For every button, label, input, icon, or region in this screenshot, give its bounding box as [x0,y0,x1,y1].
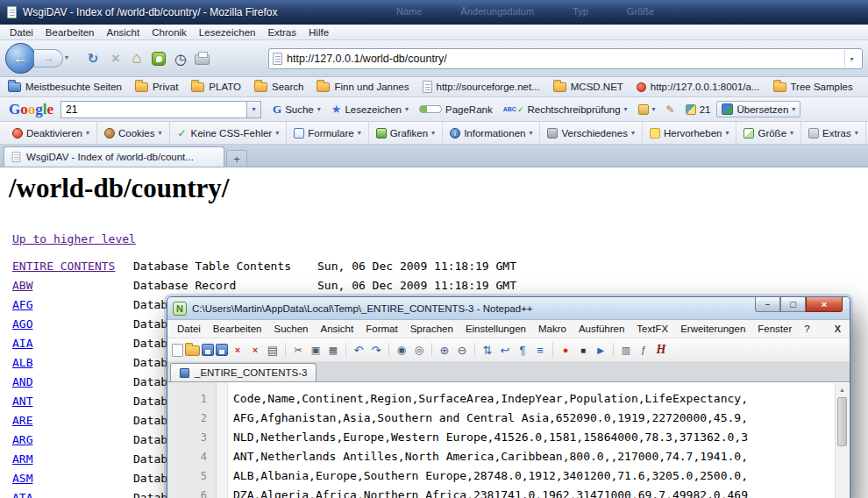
stop-macro-icon[interactable]: ■ [575,343,591,358]
entry-link[interactable]: ASM [12,472,133,485]
bookmark-item[interactable]: Finn und Jannes [317,82,409,92]
outline-menu[interactable]: Hervorheben ▾ [643,122,737,144]
bookmark-item[interactable]: http://sourceforge.net... [423,81,540,93]
entry-link[interactable]: AGO [12,317,133,331]
sync-scrolling-icon[interactable]: ⇅ [480,343,495,358]
pagerank-indicator[interactable]: PageRank [415,103,497,117]
play-macro-icon[interactable]: ▶ [593,343,608,358]
menu-item[interactable]: Hilfe [302,25,335,39]
show-all-characters-icon[interactable]: ¶ [515,343,530,358]
menu-item[interactable]: Sprachen [404,322,459,336]
autofill-button[interactable]: ▾ [634,103,660,117]
save-all-icon[interactable] [216,344,228,356]
back-button[interactable] [5,43,36,74]
function-list-icon[interactable]: ƒ [636,343,651,358]
cut-icon[interactable]: ✂ [290,343,306,358]
resize-menu[interactable]: Größe ▾ [736,122,801,144]
bookmark-item[interactable]: Privat [135,82,178,92]
entry-link[interactable]: ABW [12,279,133,292]
menu-item[interactable]: Einstellungen [459,322,532,336]
close-button[interactable] [806,297,843,312]
entry-link[interactable]: ALB [12,356,133,369]
edit-button[interactable]: ✎ [662,102,679,117]
word-wrap-icon[interactable]: ↩ [497,343,513,358]
copy-icon[interactable]: ▣ [308,343,324,358]
bookmark-item[interactable]: MCSD.NET [553,82,623,92]
spellcheck-button[interactable]: ABC Rechtschreibprüfung ▾ [499,103,632,117]
entry-link[interactable]: ENTIRE CONTENTS [12,260,133,273]
bookmark-item[interactable]: http://127.0.0.1:8001/a... [637,82,760,92]
translate-button[interactable]: Übersetzen ▾ [716,101,800,117]
cookies-menu[interactable]: Cookies ▾ [97,122,170,144]
document-tab[interactable]: _ENTIRE_CONTENTS-3 [170,363,317,381]
menu-item[interactable]: Ansicht [315,322,360,336]
menu-item[interactable]: Ansicht [100,25,146,39]
images-menu[interactable]: Grafiken ▾ [369,122,443,144]
url-input[interactable] [282,53,844,65]
text-area[interactable]: Code,Name,Continent,Region,SurfaceArea,I… [228,382,850,498]
find-icon[interactable]: ◉ [394,343,409,358]
entry-link[interactable]: AND [12,375,133,388]
menu-item[interactable]: Suchen [267,322,314,336]
new-tab-button[interactable]: + [226,150,247,167]
bookmark-item[interactable]: PLATO [191,82,241,92]
menu-item[interactable]: Ausführen [573,322,630,336]
disable-menu[interactable]: Deaktivieren ▾ [5,122,97,144]
entry-link[interactable]: ANT [12,395,133,408]
entry-link[interactable]: ARM [12,452,133,466]
menu-item[interactable]: Bearbeiten [39,25,101,39]
url-dropdown-icon[interactable] [844,50,858,68]
search-dropdown-icon[interactable] [246,101,261,118]
highlight-term-button[interactable]: 21 [681,103,715,117]
bookmark-item[interactable]: Search [254,82,303,92]
css-menu[interactable]: ✓ Keine CSS-Fehler ▾ [170,122,288,144]
new-file-icon[interactable] [172,344,183,357]
home-button[interactable] [128,49,146,67]
entry-link[interactable]: ATA [12,491,133,498]
forward-button[interactable] [34,49,63,68]
save-icon[interactable] [202,344,214,356]
stop-button[interactable] [107,50,125,68]
timer-button[interactable] [172,50,189,68]
undo-icon[interactable]: ↶ [351,343,366,358]
menu-item[interactable]: ? [798,322,815,336]
bookmark-item[interactable]: Meistbesuchte Seiten [8,82,122,92]
close-document-icon[interactable]: X [831,324,844,334]
zoom-in-icon[interactable]: ⊕ [437,343,452,358]
close-file-icon[interactable]: × [230,343,245,358]
scroll-thumb[interactable] [837,397,847,446]
close-all-icon[interactable]: × [247,343,263,358]
tools-menu[interactable]: Extras ▾ [801,122,866,144]
vertical-scrollbar[interactable] [835,383,849,498]
information-menu[interactable]: i Informationen ▾ [443,122,540,144]
menu-item[interactable]: TextFX [630,322,674,336]
miscellaneous-menu[interactable]: Verschiedenes ▾ [540,122,642,144]
editor[interactable]: 123456 Code,Name,Continent,Region,Surfac… [167,382,850,498]
entry-link[interactable]: ARG [12,433,133,446]
indent-guide-icon[interactable]: ≡ [532,343,548,358]
document-map-icon[interactable]: ▥ [618,343,634,358]
menu-item[interactable]: Erweiterungen [674,322,751,336]
up-to-higher-level-link[interactable]: Up to higher level [12,232,136,245]
paste-icon[interactable]: ▦ [325,343,341,358]
zoom-out-icon[interactable]: ⊖ [454,343,470,358]
entry-link[interactable]: ARE [12,414,133,427]
menu-item[interactable]: Lesezeichen [193,25,262,39]
google-bookmarks-button[interactable]: ★ Lesezeichen ▾ [327,101,413,117]
print-icon[interactable]: ▤ [265,343,281,358]
textfx-icon[interactable]: H [653,343,669,358]
menu-item[interactable]: Extras [261,25,302,39]
google-search-input[interactable] [60,101,246,118]
menu-item[interactable]: Chronik [146,25,193,39]
menu-item[interactable]: Fenster [751,322,798,336]
replace-icon[interactable]: ◎ [411,343,427,358]
redo-icon[interactable]: ↷ [368,343,384,358]
menu-item[interactable]: Bearbeiten [207,322,268,336]
menu-item[interactable]: Format [359,322,403,336]
maximize-button[interactable] [780,297,806,312]
record-macro-icon[interactable]: ● [558,343,573,358]
firefox-titlebar[interactable]: WsgiDAV - Index of /world-db/country/ - … [0,0,868,25]
entry-link[interactable]: AIA [12,337,133,350]
minimize-button[interactable] [755,297,780,312]
open-folder-icon[interactable] [185,345,200,356]
